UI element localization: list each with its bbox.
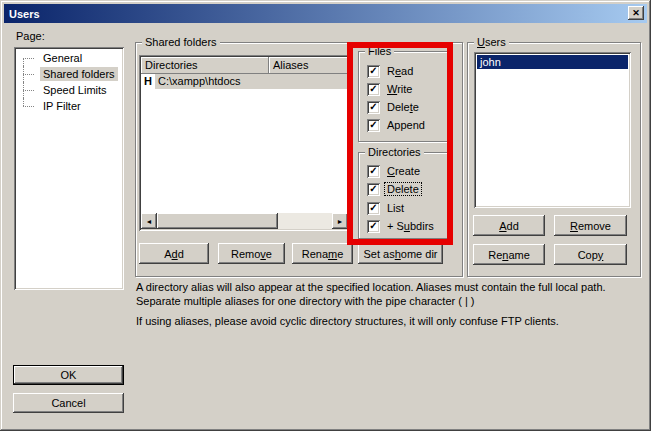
- shared-folders-list: Directories Aliases H C:\xampp\htdocs ◄ …: [139, 55, 350, 231]
- folder-add-button[interactable]: Add: [139, 243, 209, 264]
- read-label[interactable]: Read: [385, 65, 415, 77]
- create-checkbox[interactable]: ✓: [367, 165, 380, 178]
- tree-connector: [23, 74, 34, 75]
- dirs-list-row: ✓ List: [367, 201, 406, 215]
- directory-path: C:\xampp\htdocs: [155, 74, 348, 89]
- folder-remove-button[interactable]: Remove: [218, 243, 285, 264]
- check-icon: ✓: [369, 184, 377, 194]
- alias-info-text: A directory alias will also appear at th…: [136, 280, 644, 308]
- subdirs-label[interactable]: + Subdirs: [385, 220, 436, 232]
- folder-rename-button[interactable]: Rename: [292, 243, 353, 264]
- tree-connector: [23, 98, 24, 106]
- dir-delete-label[interactable]: Delete: [385, 183, 421, 195]
- page-tree-item-shared-folders[interactable]: Shared folders: [14, 66, 124, 82]
- write-checkbox[interactable]: ✓: [367, 83, 380, 96]
- check-icon: ✓: [369, 66, 377, 76]
- user-list-item[interactable]: john: [477, 55, 628, 69]
- files-read-row: ✓ Read: [367, 64, 415, 78]
- users-list: john: [474, 52, 631, 208]
- file-delete-checkbox[interactable]: ✓: [367, 101, 380, 114]
- files-delete-row: ✓ Delete: [367, 100, 421, 114]
- directories-group-label: Directories: [365, 146, 424, 158]
- page-tree-item-general[interactable]: General: [14, 50, 124, 66]
- user-rename-button[interactable]: Rename: [473, 244, 545, 265]
- dirs-subdirs-row: ✓ + Subdirs: [367, 219, 436, 233]
- page-tree: General Shared folders Speed Limits IP F…: [14, 47, 124, 290]
- window-title: Users: [4, 8, 40, 20]
- user-remove-button[interactable]: Remove: [554, 215, 627, 236]
- dirs-create-row: ✓ Create: [367, 164, 422, 178]
- users-dialog: Users ✕ Page: General Shared folders Spe…: [0, 0, 651, 431]
- close-icon[interactable]: ✕: [628, 6, 644, 20]
- file-delete-label[interactable]: Delete: [385, 101, 421, 113]
- ok-button[interactable]: OK: [13, 365, 124, 385]
- tree-connector: [23, 58, 24, 66]
- files-group: Files ✓ Read ✓ Write ✓ Delete ✓ Append: [358, 51, 449, 142]
- dir-delete-checkbox[interactable]: ✓: [367, 183, 380, 196]
- append-checkbox[interactable]: ✓: [367, 119, 380, 132]
- tree-connector: [23, 58, 34, 59]
- home-flag: H: [141, 74, 155, 89]
- check-icon: ✓: [369, 102, 377, 112]
- tree-connector: [23, 90, 34, 91]
- horizontal-scrollbar[interactable]: ◄ ►: [141, 213, 348, 229]
- read-checkbox[interactable]: ✓: [367, 65, 380, 78]
- check-icon: ✓: [369, 84, 377, 94]
- write-label[interactable]: Write: [385, 83, 414, 95]
- shared-folders-group-label: Shared folders: [142, 36, 220, 48]
- page-tree-item-speed-limits[interactable]: Speed Limits: [14, 82, 124, 98]
- directory-row[interactable]: H C:\xampp\htdocs: [141, 74, 348, 89]
- cancel-button[interactable]: Cancel: [13, 393, 124, 413]
- scroll-left-icon[interactable]: ◄: [141, 213, 157, 229]
- page-label: Page:: [16, 30, 45, 42]
- dirs-delete-row: ✓ Delete: [367, 182, 421, 196]
- check-icon: ✓: [369, 166, 377, 176]
- directories-group: Directories ✓ Create ✓ Delete ✓ List ✓ +…: [358, 152, 449, 239]
- check-icon: ✓: [369, 203, 377, 213]
- check-icon: ✓: [369, 120, 377, 130]
- list-label[interactable]: List: [385, 202, 406, 214]
- files-append-row: ✓ Append: [367, 118, 427, 132]
- cyclic-warning-text: If using aliases, please avoid cyclic di…: [136, 314, 644, 328]
- users-group-label: Users: [474, 36, 509, 48]
- subdirs-checkbox[interactable]: ✓: [367, 220, 380, 233]
- user-copy-button[interactable]: Copy: [554, 244, 627, 265]
- append-label[interactable]: Append: [385, 119, 427, 131]
- check-icon: ✓: [369, 221, 377, 231]
- create-label[interactable]: Create: [385, 165, 422, 177]
- user-add-button[interactable]: Add: [473, 215, 545, 236]
- files-group-label: Files: [365, 45, 394, 57]
- scroll-right-icon[interactable]: ►: [332, 213, 348, 229]
- page-tree-item-ip-filter[interactable]: IP Filter: [14, 98, 124, 114]
- scrollbar-thumb[interactable]: [157, 213, 278, 229]
- column-header-aliases[interactable]: Aliases: [269, 57, 348, 74]
- column-header-directories[interactable]: Directories: [141, 57, 269, 74]
- list-checkbox[interactable]: ✓: [367, 202, 380, 215]
- titlebar: Users ✕: [4, 4, 647, 23]
- set-as-home-dir-button[interactable]: Set as home dir: [358, 243, 443, 264]
- files-write-row: ✓ Write: [367, 82, 414, 96]
- list-header: Directories Aliases: [141, 57, 348, 74]
- tree-connector: [23, 106, 34, 107]
